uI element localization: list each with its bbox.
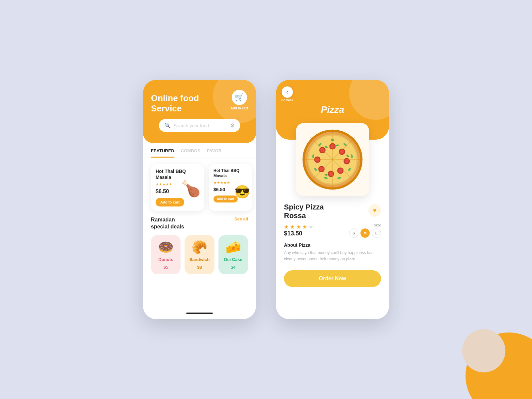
category-tabs: FEATURED COMBOS FAVOR [143, 143, 256, 158]
deal-cards: 🍩 Donuts $5 🥐 Sandwich $8 🧀 Dei Cake $4 [151, 235, 248, 274]
ramadan-section: Ramadanspecial deals See all 🍩 Donuts $5… [143, 216, 256, 305]
tab-featured[interactable]: FEATURED [151, 148, 174, 158]
search-bar[interactable]: 🔍 Search your food ⚙ [159, 119, 240, 132]
cake-name: Dei Cake [224, 257, 242, 262]
size-s[interactable]: S [349, 228, 358, 238]
about-title: About Pizza [284, 242, 381, 248]
food-card-name-1: Hot Thai BBQMasala [156, 168, 200, 180]
food-card-name-2: Hot Thai BBQMasala [213, 168, 247, 179]
tab-combos[interactable]: COMBOS [181, 148, 200, 158]
food-emoji-1: 🍗 [181, 179, 201, 198]
size-section: Size S M L [349, 223, 381, 238]
search-icon: 🔍 [164, 122, 171, 129]
deal-card-sandwich[interactable]: 🥐 Sandwich $8 [185, 235, 214, 274]
pizza-image-container [276, 123, 389, 196]
pizza-name: Spicy PizzaRossa [284, 203, 324, 220]
back-button[interactable]: ‹ Go back [281, 86, 293, 102]
bg-decoration-circle-small [462, 329, 505, 372]
svg-point-28 [320, 148, 325, 152]
pizza-name-row: Spicy PizzaRossa ♥ [284, 203, 381, 220]
sandwich-name: Sandwich [190, 257, 210, 262]
app-title: Online foodService [151, 93, 217, 114]
sandwich-emoji: 🥐 [192, 240, 207, 254]
tab-favorites[interactable]: FAVOR [207, 148, 221, 158]
phones-container: Online foodService 🛒 Add to cart 🔍 Searc… [143, 80, 389, 319]
food-emoji-2: 😎 [234, 185, 250, 199]
filter-icon: ⚙ [230, 122, 235, 129]
food-stars-2: ★★★★★ [213, 181, 247, 185]
pizza-page-title: Pizza [321, 104, 344, 115]
food-card-2: Hot Thai BBQMasala ★★★★★ $6.50 Add to ca… [209, 164, 252, 211]
size-options: S M L [349, 228, 381, 238]
back-icon: ‹ [282, 86, 293, 98]
phone-2: ‹ Go back Pizza [276, 80, 389, 319]
cart-label: Add to cart [230, 106, 248, 110]
cake-emoji: 🧀 [225, 240, 241, 254]
star-4: ★ [302, 224, 307, 230]
rating-section: ★ ★ ★ ★ ★ $13.50 [284, 224, 313, 237]
phone-1: Online foodService 🛒 Add to cart 🔍 Searc… [143, 80, 256, 319]
pizza-rating: ★ ★ ★ ★ ★ [284, 224, 313, 230]
deal-card-cake[interactable]: 🧀 Dei Cake $4 [218, 235, 248, 274]
about-section: About Pizza Any who saya that money can'… [284, 242, 381, 262]
pizza-price: $13.50 [284, 230, 313, 237]
star-2: ★ [290, 224, 295, 230]
cake-price: $4 [231, 265, 235, 270]
sandwich-price: $8 [197, 265, 202, 270]
phone1-header: Online foodService 🛒 Add to cart 🔍 Searc… [143, 80, 256, 143]
pizza-svg [301, 128, 364, 191]
home-bar [186, 313, 213, 314]
add-to-cart-1[interactable]: Add to cart [156, 198, 184, 206]
add-to-cart-2[interactable]: Add to cart [213, 196, 238, 202]
donut-emoji: 🍩 [158, 240, 174, 254]
back-label: Go back [281, 98, 293, 102]
order-now-button[interactable]: Order Now [284, 270, 381, 287]
home-indicator [143, 305, 256, 319]
about-text: Any who saya that money can't buy happin… [284, 250, 381, 262]
size-l[interactable]: L [372, 228, 381, 238]
donut-name: Donuts [158, 257, 173, 262]
pizza-plate [296, 123, 369, 196]
featured-section: Hot Thai BBQMasala ★★★★★ $6.50 Add to ca… [143, 158, 256, 216]
see-all-button[interactable]: See all [234, 216, 248, 221]
pizza-detail: Spicy PizzaRossa ♥ ★ ★ ★ ★ ★ $13.50 Size [276, 196, 389, 319]
deal-card-donuts[interactable]: 🍩 Donuts $5 [151, 235, 181, 274]
cart-button[interactable]: 🛒 Add to cart [230, 90, 248, 110]
star-3: ★ [296, 224, 301, 230]
donut-price: $5 [163, 265, 168, 270]
cart-icon: 🛒 [232, 90, 247, 105]
ramadan-title: Ramadanspecial deals [151, 216, 184, 230]
star-1: ★ [284, 224, 289, 230]
ramadan-header: Ramadanspecial deals See all [151, 216, 248, 230]
star-5: ★ [309, 224, 313, 230]
size-m[interactable]: M [360, 228, 370, 238]
size-label: Size [349, 223, 381, 227]
favorite-button[interactable]: ♥ [368, 204, 381, 217]
search-placeholder: Search your food [174, 123, 227, 128]
phone2-bg-circle [349, 80, 389, 120]
rating-price-row: ★ ★ ★ ★ ★ $13.50 Size S M L [284, 223, 381, 238]
food-card-1: Hot Thai BBQMasala ★★★★★ $6.50 Add to ca… [151, 164, 204, 211]
